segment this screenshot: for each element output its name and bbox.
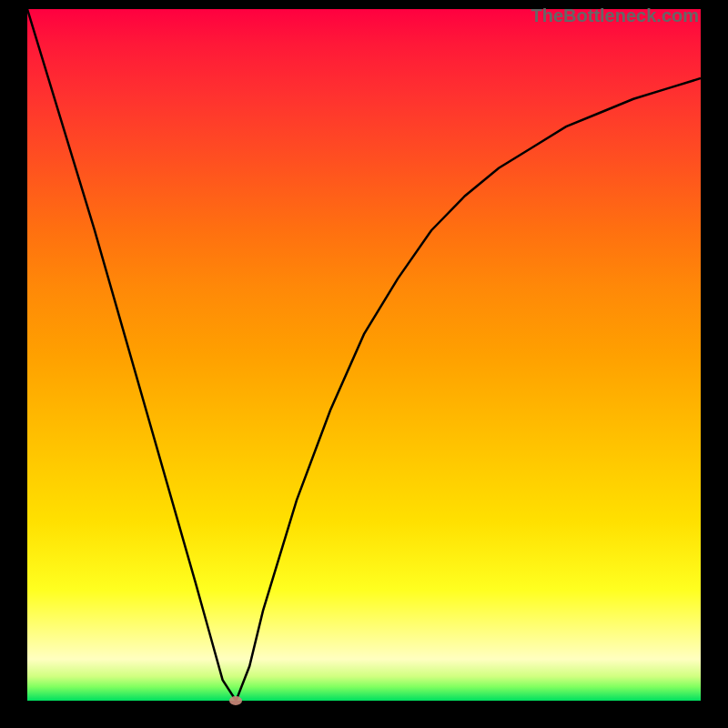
chart-container: TheBottleneck.com [0, 0, 728, 728]
attribution-text: TheBottleneck.com [531, 5, 699, 26]
plot-area [27, 9, 701, 701]
optimum-marker [229, 696, 242, 705]
